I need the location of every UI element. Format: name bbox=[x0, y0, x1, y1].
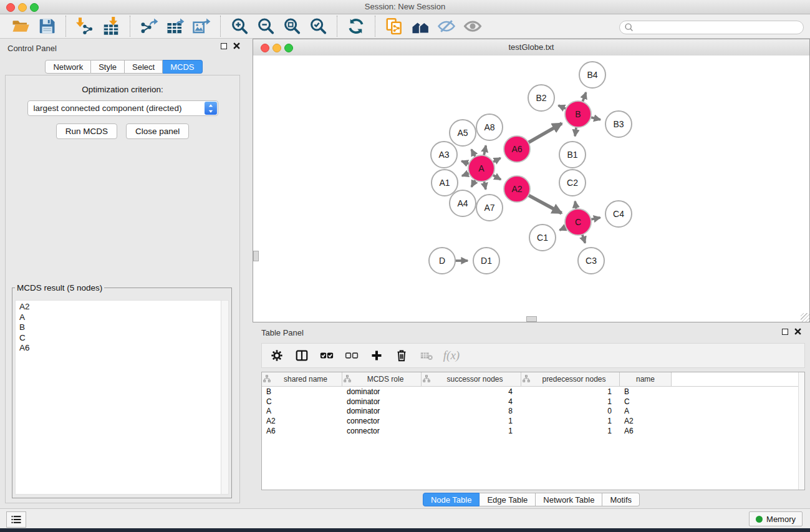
node-label: A3 bbox=[438, 150, 449, 160]
show-all-button[interactable] bbox=[461, 15, 485, 37]
home-view-button[interactable] bbox=[408, 15, 432, 37]
zoom-in-icon bbox=[230, 17, 249, 36]
hide-selected-button[interactable] bbox=[435, 15, 458, 37]
desktop-edge bbox=[0, 528, 810, 532]
node-B4[interactable]: B4 bbox=[579, 62, 605, 88]
node-B[interactable]: B bbox=[565, 101, 591, 127]
import-network-button[interactable] bbox=[73, 15, 97, 37]
export-image-button[interactable] bbox=[190, 15, 213, 37]
edge-A2-C[interactable] bbox=[527, 195, 562, 213]
tab-mcds[interactable]: MCDS bbox=[163, 60, 202, 74]
node-D[interactable]: D bbox=[429, 248, 455, 274]
column-header-successor-nodes[interactable]: successor nodes bbox=[422, 372, 521, 386]
cell-mcds-role: connector bbox=[342, 417, 422, 425]
table-row[interactable]: A6connector11A6 bbox=[262, 426, 804, 436]
node-C[interactable]: C bbox=[565, 209, 591, 235]
cell-mcds-role: dominator bbox=[342, 407, 422, 415]
select-columns-off-button[interactable] bbox=[344, 348, 359, 363]
close-panel-button[interactable]: Close panel bbox=[126, 123, 189, 139]
zoom-selected-button[interactable] bbox=[306, 15, 330, 37]
control-panel-title: Control Panel bbox=[7, 44, 57, 53]
edge-A6-B[interactable] bbox=[527, 123, 562, 143]
node-A1[interactable]: A1 bbox=[432, 170, 458, 196]
open-session-button[interactable] bbox=[9, 15, 32, 37]
node-A6[interactable]: A6 bbox=[504, 136, 530, 162]
zoom-in-button[interactable] bbox=[228, 15, 251, 37]
tab-network[interactable]: Network bbox=[45, 60, 91, 74]
close-panel-icon[interactable] bbox=[233, 42, 240, 49]
table-scrollbar[interactable] bbox=[798, 372, 804, 490]
result-item[interactable]: C bbox=[16, 333, 228, 344]
horizontal-scrollbar-thumb[interactable] bbox=[526, 316, 537, 322]
node-C2[interactable]: C2 bbox=[559, 170, 586, 196]
import-network-icon bbox=[75, 17, 94, 36]
float-panel-icon[interactable] bbox=[221, 43, 227, 49]
table-row[interactable]: Adominator80A bbox=[262, 407, 804, 417]
table-panel: Table Panel f(x) shared nameMCDS rolesuc… bbox=[253, 324, 810, 507]
save-session-button[interactable] bbox=[35, 15, 59, 37]
column-header-shared-name[interactable]: shared name bbox=[262, 372, 342, 386]
table-row[interactable]: Bdominator41B bbox=[262, 387, 804, 397]
node-A5[interactable]: A5 bbox=[450, 120, 476, 146]
node-B1[interactable]: B1 bbox=[559, 142, 586, 168]
node-A2[interactable]: A2 bbox=[504, 176, 530, 202]
node-A[interactable]: A bbox=[468, 155, 494, 181]
node-A8[interactable]: A8 bbox=[476, 114, 503, 140]
criterion-select[interactable]: largest connected component (directed) bbox=[27, 100, 218, 116]
result-item[interactable]: A2 bbox=[16, 302, 228, 312]
panel-selector-button[interactable] bbox=[6, 511, 26, 528]
refresh-view-button[interactable] bbox=[344, 15, 368, 37]
node-C3[interactable]: C3 bbox=[578, 248, 604, 274]
zoom-out-button[interactable] bbox=[254, 15, 277, 37]
result-item[interactable]: A6 bbox=[16, 343, 228, 354]
node-A4[interactable]: A4 bbox=[450, 190, 476, 216]
cell-successor-nodes: 8 bbox=[422, 407, 521, 415]
tab-edge-table[interactable]: Edge Table bbox=[480, 493, 536, 506]
duplicate-network-button[interactable] bbox=[382, 15, 406, 37]
node-B3[interactable]: B3 bbox=[605, 111, 632, 137]
delete-column-button[interactable] bbox=[394, 348, 409, 363]
mcds-panel: Optimization criterion: largest connecte… bbox=[5, 75, 240, 503]
optimization-criterion-label: Optimization criterion: bbox=[6, 85, 239, 94]
node-A3[interactable]: A3 bbox=[431, 142, 457, 168]
export-network-button[interactable] bbox=[137, 15, 161, 37]
result-item[interactable]: A bbox=[16, 312, 228, 323]
memory-button[interactable]: Memory bbox=[749, 511, 803, 526]
column-header-name[interactable]: name bbox=[620, 372, 672, 386]
vertical-scrollbar-thumb[interactable] bbox=[253, 251, 259, 261]
mcds-result-list[interactable]: A2ABCA6 bbox=[15, 300, 229, 495]
node-A7[interactable]: A7 bbox=[476, 195, 503, 221]
node-C1[interactable]: C1 bbox=[529, 225, 556, 251]
settings-button[interactable] bbox=[269, 348, 284, 363]
search-input[interactable] bbox=[635, 21, 803, 34]
resize-grip[interactable] bbox=[801, 313, 809, 322]
table-toolbar: f(x) bbox=[261, 343, 805, 368]
split-view-button[interactable] bbox=[294, 348, 309, 363]
node-B2[interactable]: B2 bbox=[528, 85, 554, 111]
cell-predecessor-nodes: 0 bbox=[521, 407, 620, 415]
export-table-button[interactable] bbox=[163, 15, 187, 37]
tab-select[interactable]: Select bbox=[125, 60, 163, 74]
table-row[interactable]: Cdominator41C bbox=[262, 397, 804, 407]
add-column-button[interactable] bbox=[369, 348, 384, 363]
column-header-predecessor-nodes[interactable]: predecessor nodes bbox=[521, 372, 620, 386]
add-column-icon bbox=[370, 349, 383, 362]
float-table-panel-icon[interactable] bbox=[782, 329, 788, 335]
result-item[interactable]: B bbox=[16, 322, 228, 333]
select-columns-on-button[interactable] bbox=[319, 348, 334, 363]
tab-style[interactable]: Style bbox=[91, 60, 125, 74]
node-C4[interactable]: C4 bbox=[605, 201, 632, 227]
close-table-panel-icon[interactable] bbox=[794, 328, 801, 335]
zoom-fit-button[interactable] bbox=[280, 15, 304, 37]
table-row[interactable]: A2connector11A2 bbox=[262, 416, 804, 426]
tab-node-table[interactable]: Node Table bbox=[423, 493, 480, 506]
result-list-scrollbar[interactable] bbox=[221, 301, 228, 494]
node-D1[interactable]: D1 bbox=[473, 248, 499, 274]
function-builder-label: f(x) bbox=[443, 349, 460, 362]
run-mcds-button[interactable]: Run MCDS bbox=[56, 123, 117, 139]
column-header-mcds-role[interactable]: MCDS role bbox=[342, 372, 422, 386]
tab-network-table[interactable]: Network Table bbox=[536, 493, 602, 506]
tab-motifs[interactable]: Motifs bbox=[602, 493, 640, 506]
network-canvas[interactable]: AA1A2A3A4A5A6A7A8BB1B2B3B4CC1C2C3C4DD1 bbox=[253, 56, 809, 322]
import-table-button[interactable] bbox=[99, 15, 123, 37]
